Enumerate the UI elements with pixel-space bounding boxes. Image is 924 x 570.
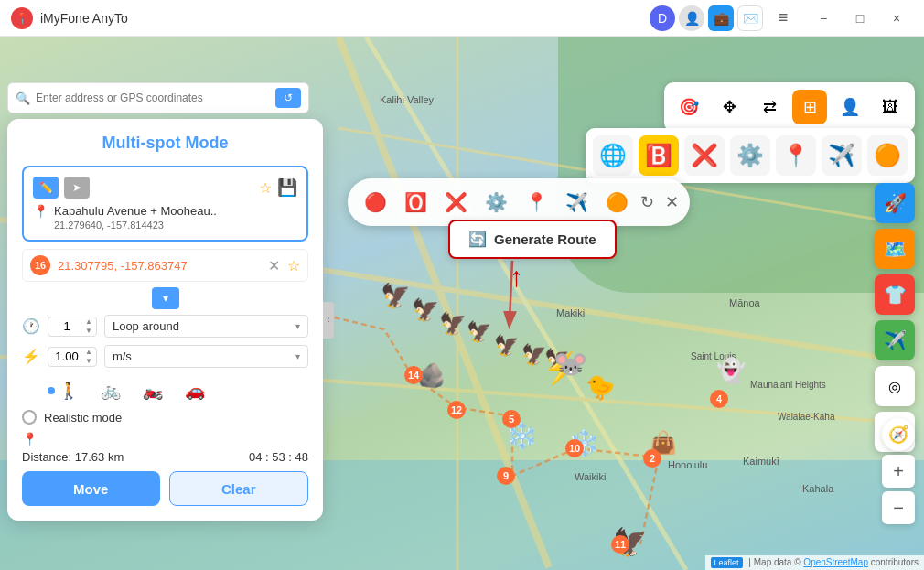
poke-app-btn-2[interactable]: 🅱️ xyxy=(639,135,679,176)
marker-badge-4: 4 xyxy=(710,390,728,408)
discord-icon[interactable]: D xyxy=(650,5,675,31)
spinner-icon-4[interactable]: ⚙️ xyxy=(479,186,512,219)
spinner-icon-5[interactable]: 📍 xyxy=(520,186,553,219)
waypoint-2-clear[interactable]: ✕ xyxy=(268,257,280,274)
speed-unit-value: m/s xyxy=(113,350,132,363)
openstreetmap-link[interactable]: OpenStreetMap xyxy=(803,557,868,567)
top-toolbar: 🎯 ✥ ⇄ ⊞ 👤 🖼 xyxy=(664,82,915,132)
pokemon-marker-2[interactable]: 🦅 xyxy=(412,297,439,323)
realistic-mode-label: Realistic mode xyxy=(44,411,122,425)
minimize-button[interactable]: − xyxy=(807,5,840,31)
leaflet-badge: Leaflet xyxy=(711,557,743,568)
float-target-btn[interactable]: ◎ xyxy=(875,366,915,406)
maximize-button[interactable]: □ xyxy=(843,5,876,31)
spinner-icon-7[interactable]: 🟠 xyxy=(600,186,633,219)
moto-icon[interactable]: 🏍️ xyxy=(143,381,163,401)
distance-label: Distance: 17.63 km xyxy=(22,450,124,464)
zoom-out-button[interactable]: − xyxy=(882,491,915,524)
walk-icon[interactable]: 🚶 xyxy=(59,381,79,401)
marker-badge-12: 12 xyxy=(447,401,466,419)
menu-icon[interactable]: ≡ xyxy=(770,5,796,31)
poke-app-btn-4[interactable]: ⚙️ xyxy=(730,135,770,176)
waypoint-1-card: ✏️ ➤ ☆ 💾 📍 Kapahulu Avenue + Mooheau.. 2… xyxy=(22,166,308,242)
close-button[interactable]: × xyxy=(880,5,913,31)
waypoint-1-name: Kapahulu Avenue + Mooheau.. xyxy=(54,204,217,218)
city-label-kaimuki: Kaimukī xyxy=(743,456,779,467)
float-shirt-btn[interactable]: 👕 xyxy=(875,274,915,315)
zoom-in-button[interactable]: + xyxy=(882,455,915,488)
bike-icon[interactable]: 🚲 xyxy=(101,381,121,401)
time-label: 04 : 53 : 48 xyxy=(249,450,308,464)
speed-controls-row: ⚡ 1.00 ▲ ▼ m/s ▾ xyxy=(22,345,308,368)
bag-icon[interactable]: 💼 xyxy=(708,5,734,31)
loop-count-down[interactable]: ▼ xyxy=(85,327,92,336)
pokemon-marker-1[interactable]: 🦅 xyxy=(381,282,410,310)
generate-route-label: Generate Route xyxy=(494,231,596,247)
search-bar[interactable]: 🔍 ↺ xyxy=(7,82,309,113)
loop-mode-arrow-icon: ▾ xyxy=(295,321,300,331)
waypoint-1-save[interactable]: 💾 xyxy=(277,177,297,198)
search-input[interactable] xyxy=(36,91,275,104)
pokemon-marker-4[interactable]: 🦅 xyxy=(467,320,491,344)
map-container[interactable]: Salt Lake Kalihi Valley Mapunapuna Top F… xyxy=(0,37,924,570)
float-plane-btn[interactable]: ✈️ xyxy=(875,320,915,360)
waypoint-1-star[interactable]: ☆ xyxy=(259,179,272,197)
spinner-icon-2[interactable]: 🅾️ xyxy=(399,186,432,219)
speed-icon: ⚡ xyxy=(22,348,40,365)
poke-app-btn-3[interactable]: ❌ xyxy=(684,135,725,176)
refresh-button[interactable]: ↺ xyxy=(275,88,301,108)
speed-input[interactable]: 1.00 ▲ ▼ xyxy=(48,347,97,367)
speed-down[interactable]: ▼ xyxy=(85,357,92,366)
loop-count-up[interactable]: ▲ xyxy=(85,317,92,327)
nav-arrow-btn[interactable]: ➤ xyxy=(64,177,90,199)
chevron-down-icon: ▾ xyxy=(163,292,168,305)
move-button[interactable]: Move xyxy=(22,471,160,506)
city-label-manoa: Mānoa xyxy=(729,297,760,308)
poke-app-btn-5[interactable]: 📍 xyxy=(776,135,816,176)
marker-badge-14: 14 xyxy=(404,366,423,384)
poke-app-btn-7[interactable]: 🟠 xyxy=(867,135,908,176)
generate-route-button[interactable]: 🔄 Generate Route xyxy=(448,220,617,259)
toolbar-move-btn[interactable]: ✥ xyxy=(712,90,747,124)
pikachu-icon[interactable]: 🐭 xyxy=(553,348,587,380)
red-arrow-indicator: ↓ xyxy=(510,265,523,296)
speed-unit-select[interactable]: m/s ▾ xyxy=(104,345,308,368)
toolbar-person-btn[interactable]: 👤 xyxy=(833,90,867,124)
map-attribution: Leaflet | Map data © OpenStreetMap contr… xyxy=(705,555,924,570)
toolbar-grid-btn[interactable]: ⊞ xyxy=(792,90,827,124)
car-icon[interactable]: 🚗 xyxy=(185,381,205,401)
pokemon-chick[interactable]: 🐤 xyxy=(586,373,615,402)
toolbar-screenshot-btn[interactable]: 🖼 xyxy=(873,90,908,124)
spinner-icon-1[interactable]: 🔴 xyxy=(359,186,392,219)
pokemon-marker-5[interactable]: 🦅 xyxy=(494,334,519,358)
pokemon-marker-3[interactable]: 🦅 xyxy=(439,311,467,337)
route-icon: 🔄 xyxy=(468,231,487,248)
toolbar-swap-btn[interactable]: ⇄ xyxy=(752,90,787,124)
poke-app-btn-1[interactable]: 🌐 xyxy=(593,135,633,176)
float-map-btn[interactable]: 🗺️ xyxy=(875,229,915,269)
person-icon[interactable]: 👤 xyxy=(679,5,704,31)
clear-button[interactable]: Clear xyxy=(169,471,309,506)
waypoint-2-star[interactable]: ☆ xyxy=(287,257,300,274)
spinner-close-icon[interactable]: ✕ xyxy=(665,192,679,212)
loop-count-input[interactable]: 1 ▲ ▼ xyxy=(48,317,97,337)
waypoint-2-badge: 16 xyxy=(30,255,50,275)
realistic-mode-radio[interactable] xyxy=(22,410,37,425)
nav-pen-btn[interactable]: ✏️ xyxy=(33,177,59,199)
poke-app-btn-6[interactable]: ✈️ xyxy=(822,135,862,176)
spinner-icon-3[interactable]: ❌ xyxy=(439,186,472,219)
poke-apps-bar: 🌐 🅱️ ❌ ⚙️ 📍 ✈️ 🟠 xyxy=(586,128,915,183)
loop-mode-value: Loop around xyxy=(113,319,179,333)
mail-icon[interactable]: ✉️ xyxy=(737,5,763,31)
collapse-button[interactable]: ▾ xyxy=(152,287,179,309)
spinner-refresh-icon[interactable]: ↻ xyxy=(640,192,654,212)
compass-button[interactable]: 🧭 xyxy=(882,418,915,451)
panel-collapse-tab[interactable]: ‹ xyxy=(323,302,334,339)
speed-up[interactable]: ▲ xyxy=(85,348,92,357)
toolbar-crosshair-btn[interactable]: 🎯 xyxy=(672,90,706,124)
spinner-icon-6[interactable]: ✈️ xyxy=(560,186,593,219)
float-rocket-btn[interactable]: 🚀 xyxy=(875,183,915,223)
speed-value: 1.00 xyxy=(52,350,81,363)
pokemon-ghost[interactable]: 👻 xyxy=(716,357,746,385)
loop-mode-select[interactable]: Loop around ▾ xyxy=(104,315,308,338)
